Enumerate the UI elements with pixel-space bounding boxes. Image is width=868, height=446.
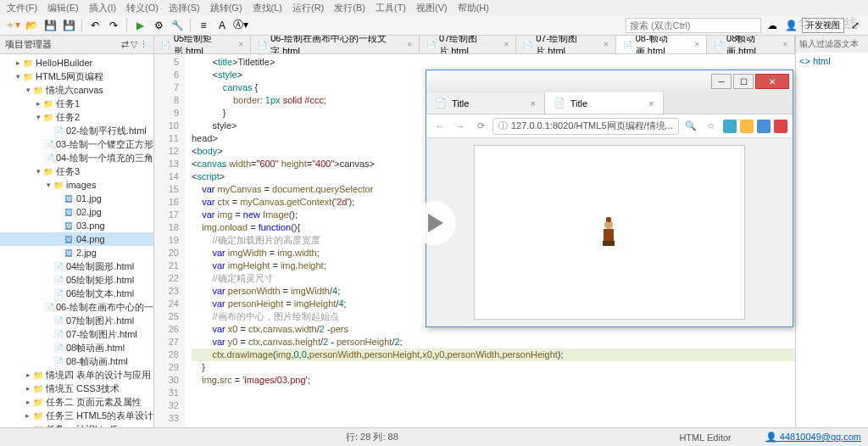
star-icon[interactable]: ☆	[703, 118, 720, 135]
close-button[interactable]: ✕	[755, 74, 789, 89]
browser-titlebar[interactable]: ─ ☐ ✕	[426, 70, 793, 92]
tree-item[interactable]: ▾📁任务2	[0, 110, 153, 124]
tree-item[interactable]: ▾📁任务3	[0, 164, 153, 178]
save-icon[interactable]: 💾	[42, 18, 58, 33]
browser-window[interactable]: ─ ☐ ✕ 📄Title×📄Title× ← → ⟳ ⓘ127.0.0.1:80…	[426, 70, 793, 327]
debug-icon[interactable]: 🔧	[170, 18, 185, 33]
expand-icon[interactable]: ⤢	[848, 18, 863, 33]
tree-item[interactable]: ▸📁任务三 HTML5的表单设计	[0, 409, 153, 422]
tree-item[interactable]: ▾📁情境六canvas	[0, 83, 153, 97]
link-icon[interactable]: ⇄	[121, 39, 129, 50]
close-tab-icon[interactable]: ×	[504, 40, 509, 49]
menu-item[interactable]: 帮助(H)	[458, 2, 489, 14]
dev-view-button[interactable]: 开发视图	[802, 18, 844, 33]
menu-item[interactable]: 工具(T)	[376, 2, 406, 14]
editor-tab[interactable]: 📄05绘制矩形.html×	[154, 36, 251, 53]
collapse-icon[interactable]: ▽	[131, 39, 137, 50]
tree-item[interactable]: 📄02-绘制平行线.html	[0, 124, 153, 137]
tree-item[interactable]: 🖼2.jpg	[0, 246, 153, 259]
user-account[interactable]: 44810049@qq.com	[765, 432, 861, 443]
menu-item[interactable]: 编辑(E)	[47, 2, 79, 14]
menu-item[interactable]: 跳转(G)	[210, 2, 242, 14]
close-tab-icon[interactable]: ×	[407, 40, 412, 49]
tree-item[interactable]: ▸📁情境五 CSS3技术	[0, 382, 153, 395]
format-icon[interactable]: A	[214, 18, 230, 33]
panel-header: 项目管理器 ⇄ ▽ ⋮	[0, 36, 153, 54]
tree-item[interactable]: 📄04绘制圆形.html	[0, 259, 153, 273]
menu-item[interactable]: 运行(R)	[292, 2, 324, 14]
tree-item[interactable]: 📄08帧动画.html	[0, 341, 153, 354]
editor-tab[interactable]: 📄08-帧动画.html×	[616, 36, 707, 53]
ext4-icon[interactable]	[774, 120, 787, 133]
close-icon[interactable]: ×	[648, 98, 654, 109]
tree-item[interactable]: ▾📁images	[0, 178, 153, 192]
align-icon[interactable]: ≡	[196, 18, 211, 33]
close-tab-icon[interactable]: ×	[782, 40, 787, 49]
tree-item[interactable]: ▸📁任务1	[0, 97, 153, 110]
close-tab-icon[interactable]: ×	[604, 40, 609, 49]
editor-tabs: 📄05绘制矩形.html×📄06-绘制在画布中心的一段文字.html×📄07绘制…	[154, 36, 795, 54]
tree-item[interactable]: ▸📁任务一 认识html5	[0, 422, 153, 427]
tree-item[interactable]: 📄03-绘制一个镂空正方形.h	[0, 137, 153, 151]
close-icon[interactable]: ×	[530, 98, 535, 109]
maximize-button[interactable]: ☐	[733, 74, 754, 89]
close-tab-icon[interactable]: ×	[238, 40, 243, 49]
editor-tab[interactable]: 📄08帧动画.html×	[707, 36, 795, 53]
tree-item[interactable]: ▾📁HTML5网页编程	[0, 70, 153, 83]
url-field[interactable]: ⓘ127.0.0.1:8020/HTML5网页编程/情境...	[492, 118, 679, 135]
tree-item[interactable]: 📄06绘制文本.html	[0, 287, 153, 300]
ext2-icon[interactable]	[740, 120, 754, 133]
cloud-icon[interactable]: ☁	[765, 18, 780, 33]
run-icon[interactable]: ▶	[132, 18, 147, 33]
line-gutter: 5678910111213141516171819202122232425262…	[154, 54, 185, 427]
user-icon[interactable]: 👤	[783, 18, 798, 33]
tree-item[interactable]: 🖼01.jpg	[0, 192, 153, 205]
cursor-position: 行: 28 列: 88	[346, 431, 398, 443]
browser-tab[interactable]: 📄Title×	[426, 92, 545, 114]
menu-item[interactable]: 文件(F)	[7, 2, 37, 14]
tree-item[interactable]: ▸📁HelloHBuilder	[0, 56, 153, 70]
menu-item[interactable]: 转义(O)	[126, 2, 159, 14]
tree-item[interactable]: 🖼02.jpg	[0, 205, 153, 219]
tree-item[interactable]: ▸📁情境四 表单的设计与应用	[0, 368, 153, 382]
tree-item[interactable]: ▸📁任务二 页面元素及属性	[0, 395, 153, 409]
tree-item[interactable]: 📄05绘制矩形.html	[0, 273, 153, 287]
open-icon[interactable]: 📂	[24, 18, 39, 33]
editor-tab[interactable]: 📄07绘制图片.html×	[420, 36, 516, 53]
tree-item[interactable]: 📄07-绘制图片.html	[0, 327, 153, 341]
redo-icon[interactable]: ↷	[106, 18, 121, 33]
close-tab-icon[interactable]: ×	[694, 40, 699, 49]
menu-item[interactable]: 插入(I)	[89, 2, 116, 14]
search-input[interactable]	[626, 18, 761, 33]
cut-icon[interactable]: ↶	[87, 18, 103, 33]
tree-item[interactable]: 📄06-绘制在画布中心的一段	[0, 300, 153, 314]
tree-item[interactable]: 📄07绘制图片.html	[0, 314, 153, 327]
back-icon[interactable]: ←	[431, 118, 448, 135]
menu-icon[interactable]: ⋮	[139, 39, 148, 50]
minimize-button[interactable]: ─	[711, 74, 732, 89]
editor-tab[interactable]: 📄07-绘制图片.html×	[516, 36, 616, 53]
tree-item[interactable]: 🖼03.png	[0, 219, 153, 232]
toolbar: ＋▾ 📂 💾 💾 ↶ ↷ ▶ ⚙ 🔧 ≡ A Ⓐ▾ ☁ 👤 开发视图 ⤢	[0, 15, 868, 36]
menu-item[interactable]: 查找(L)	[253, 2, 282, 14]
editor-tab[interactable]: 📄06-绘制在画布中心的一段文字.html×	[251, 36, 420, 53]
browser-viewport	[426, 138, 793, 326]
ext1-icon[interactable]	[723, 120, 737, 133]
outline-item[interactable]: <> html	[796, 53, 868, 70]
font-icon[interactable]: Ⓐ▾	[233, 18, 248, 33]
ext3-icon[interactable]	[757, 120, 771, 133]
new-icon[interactable]: ＋▾	[5, 18, 20, 33]
menu-item[interactable]: 发行(B)	[334, 2, 365, 14]
browser-tab[interactable]: 📄Title×	[545, 92, 664, 114]
tree-item[interactable]: 📄08-帧动画.html	[0, 354, 153, 368]
search-icon[interactable]: 🔍	[682, 118, 699, 135]
menu-item[interactable]: 视图(V)	[416, 2, 448, 14]
config-icon[interactable]: ⚙	[151, 18, 166, 33]
project-tree[interactable]: ▸📁HelloHBuilder▾📁HTML5网页编程▾📁情境六canvas▸📁任…	[0, 54, 153, 427]
menu-item[interactable]: 选择(S)	[169, 2, 200, 14]
forward-icon[interactable]: →	[452, 118, 469, 135]
tree-item[interactable]: 🖼04.png	[0, 232, 153, 246]
saveall-icon[interactable]: 💾	[61, 18, 76, 33]
tree-item[interactable]: 📄04-绘制一个填充的三角形	[0, 151, 153, 164]
reload-icon[interactable]: ⟳	[472, 118, 489, 135]
